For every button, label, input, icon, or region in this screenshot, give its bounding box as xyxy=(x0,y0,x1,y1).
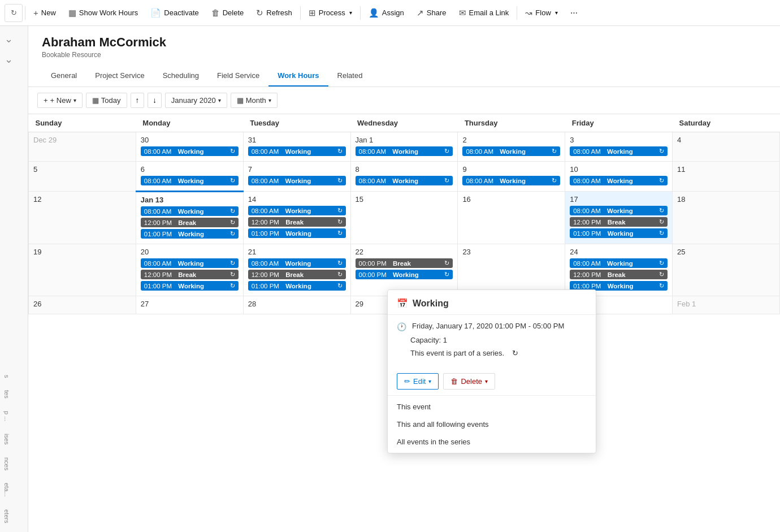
event-chip-w3-d5-0[interactable]: 08:00 AM Working↻ xyxy=(570,258,668,268)
assign-icon: 👤 xyxy=(369,8,379,18)
event-chip-w1-d2-0[interactable]: 08:00 AM Working↻ xyxy=(248,176,346,185)
event-chip-w3-d3-1[interactable]: 00:00 PM Working↻ xyxy=(356,270,453,279)
popup-menu-item-1[interactable]: This and all following events xyxy=(388,416,596,433)
calendar-cell-w0-d4[interactable]: 208:00 AM Working↻ xyxy=(458,132,565,162)
calendar-cell-w4-d6[interactable]: Feb 1 xyxy=(673,296,780,314)
event-chip-w2-d1-2[interactable]: 01:00 PM Working↻ xyxy=(141,229,239,239)
event-chip-w2-d2-2[interactable]: 01:00 PM Working↻ xyxy=(248,228,346,238)
calendar-cell-w2-d6[interactable]: 18 xyxy=(673,192,780,244)
event-chip-w2-d2-1[interactable]: 12:00 PM Break↻ xyxy=(248,217,346,227)
calendar-cell-w1-d0[interactable]: 5 xyxy=(29,162,136,192)
cal-down-button[interactable]: ↓ xyxy=(148,93,162,108)
cal-month-nav-button[interactable]: January 2020 ▾ xyxy=(165,93,227,108)
event-chip-w2-d5-1[interactable]: 12:00 PM Break↻ xyxy=(570,217,668,227)
calendar-cell-w0-d5[interactable]: 308:00 AM Working↻ xyxy=(565,132,673,162)
event-chip-w3-d2-0[interactable]: 08:00 AM Working↻ xyxy=(248,258,346,268)
tab-work-hours[interactable]: Work Hours xyxy=(268,66,328,86)
calendar-cell-w1-d6[interactable]: 11 xyxy=(673,162,780,192)
cal-new-button[interactable]: + + New ▾ xyxy=(37,93,83,108)
tab-related[interactable]: Related xyxy=(328,66,372,86)
refresh-circle-icon[interactable]: ↻ xyxy=(5,4,23,22)
separator2 xyxy=(300,6,301,20)
event-chip-w2-d5-0[interactable]: 08:00 AM Working↻ xyxy=(570,206,668,215)
email-link-button[interactable]: ✉ Email a Link xyxy=(453,5,515,21)
calendar-cell-w4-d1[interactable]: 27 xyxy=(136,296,243,314)
calendar-cell-w2-d3[interactable]: 15 xyxy=(350,192,458,244)
sidebar-chevron-2[interactable]: ⌄ xyxy=(2,51,25,68)
calendar-cell-w0-d6[interactable]: 4 xyxy=(673,132,780,162)
calendar-cell-w3-d2[interactable]: 2108:00 AM Working↻12:00 PM Break↻01:00 … xyxy=(243,244,350,296)
event-chip-w0-d1-0[interactable]: 08:00 AM Working↻ xyxy=(141,146,239,156)
calendar-cell-w0-d2[interactable]: 3108:00 AM Working↻ xyxy=(243,132,350,162)
event-chip-w3-d3-0[interactable]: 00:00 PM Break↻ xyxy=(356,258,453,268)
popup-edit-button[interactable]: ✏ Edit ▾ xyxy=(397,373,439,390)
event-chip-w1-d5-0[interactable]: 08:00 AM Working↻ xyxy=(570,176,668,185)
event-chip-w1-d3-0[interactable]: 08:00 AM Working↻ xyxy=(356,176,453,185)
calendar-cell-w1-d4[interactable]: 908:00 AM Working↻ xyxy=(458,162,565,192)
popup-menu-item-0[interactable]: This event xyxy=(388,398,596,416)
event-chip-w3-d1-0[interactable]: 08:00 AM Working↻ xyxy=(141,258,239,268)
calendar-cell-w1-d5[interactable]: 1008:00 AM Working↻ xyxy=(565,162,673,192)
refresh-button[interactable]: ↻ Refresh xyxy=(250,5,298,21)
delete-button[interactable]: 🗑 Delete xyxy=(206,5,250,20)
calendar-cell-w3-d3[interactable]: 2200:00 PM Break↻00:00 PM Working↻ xyxy=(350,244,458,296)
process-button[interactable]: ⊞ Process ▾ xyxy=(303,5,358,21)
popup-menu-item-2[interactable]: All events in the series xyxy=(388,433,596,451)
event-chip-w3-d2-2[interactable]: 01:00 PM Working↻ xyxy=(248,281,346,291)
event-chip-w0-d4-0[interactable]: 08:00 AM Working↻ xyxy=(462,146,560,156)
event-chip-w3-d5-1[interactable]: 12:00 PM Break↻ xyxy=(570,270,668,279)
day-number-w3-d6: 25 xyxy=(677,248,775,256)
page-header: Abraham McCormick Bookable Resource xyxy=(28,26,780,59)
share-button[interactable]: ↗ Share xyxy=(411,5,452,21)
deactivate-button[interactable]: 📄 Deactivate xyxy=(145,5,204,21)
cal-new-icon: + xyxy=(44,96,48,105)
calendar-cell-w3-d5[interactable]: 2408:00 AM Working↻12:00 PM Break↻01:00 … xyxy=(565,244,673,296)
calendar-cell-w3-d4[interactable]: 23 xyxy=(458,244,565,296)
flow-button[interactable]: ↝ Flow ▾ xyxy=(519,5,563,21)
tab-scheduling[interactable]: Scheduling xyxy=(154,66,208,86)
event-chip-w3-d2-1[interactable]: 12:00 PM Break↻ xyxy=(248,270,346,279)
calendar-cell-w2-d1[interactable]: Jan 1308:00 AM Working↻12:00 PM Break↻01… xyxy=(136,192,243,244)
event-chip-w0-d2-0[interactable]: 08:00 AM Working↻ xyxy=(248,146,346,156)
event-chip-w2-d1-1[interactable]: 12:00 PM Break↻ xyxy=(141,218,239,227)
calendar-cell-w1-d2[interactable]: 708:00 AM Working↻ xyxy=(243,162,350,192)
calendar-cell-w1-d3[interactable]: 808:00 AM Working↻ xyxy=(350,162,458,192)
day-number-w3-d1: 20 xyxy=(141,248,239,256)
event-chip-w1-d1-0[interactable]: 08:00 AM Working↻ xyxy=(141,176,239,185)
calendar-cell-w3-d0[interactable]: 19 xyxy=(29,244,136,296)
more-button[interactable]: ⋯ xyxy=(565,6,583,20)
event-chip-w3-d1-2[interactable]: 01:00 PM Working↻ xyxy=(141,281,239,291)
calendar-cell-w1-d1[interactable]: 608:00 AM Working↻ xyxy=(136,162,243,192)
event-chip-w3-d1-1[interactable]: 12:00 PM Break↻ xyxy=(141,270,239,279)
calendar-cell-w2-d0[interactable]: 12 xyxy=(29,192,136,244)
event-chip-w0-d3-0[interactable]: 08:00 AM Working↻ xyxy=(356,146,453,156)
assign-button[interactable]: 👤 Assign xyxy=(363,5,410,21)
event-chip-w2-d5-2[interactable]: 01:00 PM Working↻ xyxy=(570,228,668,238)
event-chip-w2-d1-0[interactable]: 08:00 AM Working↻ xyxy=(141,206,239,216)
calendar-cell-w0-d1[interactable]: 3008:00 AM Working↻ xyxy=(136,132,243,162)
popup-delete-button[interactable]: 🗑 Delete ▾ xyxy=(443,373,495,390)
show-work-hours-button[interactable]: ▦ Show Work Hours xyxy=(63,5,144,21)
tab-general[interactable]: General xyxy=(42,66,86,86)
header-sunday: Sunday xyxy=(29,114,136,132)
cal-up-button[interactable]: ↑ xyxy=(131,93,145,108)
calendar-cell-w3-d6[interactable]: 25 xyxy=(673,244,780,296)
tab-field-service[interactable]: Field Service xyxy=(208,66,268,86)
cal-today-button[interactable]: ▦ Today xyxy=(86,93,127,108)
event-chip-w0-d5-0[interactable]: 08:00 AM Working↻ xyxy=(570,146,668,156)
calendar-cell-w2-d4[interactable]: 16 xyxy=(458,192,565,244)
calendar-cell-w4-d2[interactable]: 28 xyxy=(243,296,350,314)
calendar-cell-w2-d5[interactable]: 1708:00 AM Working↻12:00 PM Break↻01:00 … xyxy=(565,192,673,244)
new-button[interactable]: + New xyxy=(28,5,62,20)
event-chip-w2-d2-0[interactable]: 08:00 AM Working↻ xyxy=(248,206,346,215)
cal-view-button[interactable]: ▦ Month ▾ xyxy=(231,93,278,108)
sidebar-chevron-1[interactable]: ⌄ xyxy=(2,31,25,47)
calendar-cell-w0-d3[interactable]: Jan 108:00 AM Working↻ xyxy=(350,132,458,162)
event-chip-w1-d4-0[interactable]: 08:00 AM Working↻ xyxy=(462,176,560,185)
calendar-week-0: Dec 293008:00 AM Working↻3108:00 AM Work… xyxy=(29,132,780,162)
calendar-cell-w2-d2[interactable]: 1408:00 AM Working↻12:00 PM Break↻01:00 … xyxy=(243,192,350,244)
tab-project-service[interactable]: Project Service xyxy=(86,66,153,86)
calendar-cell-w0-d0[interactable]: Dec 29 xyxy=(29,132,136,162)
calendar-cell-w4-d0[interactable]: 26 xyxy=(29,296,136,314)
calendar-cell-w3-d1[interactable]: 2008:00 AM Working↻12:00 PM Break↻01:00 … xyxy=(136,244,243,296)
